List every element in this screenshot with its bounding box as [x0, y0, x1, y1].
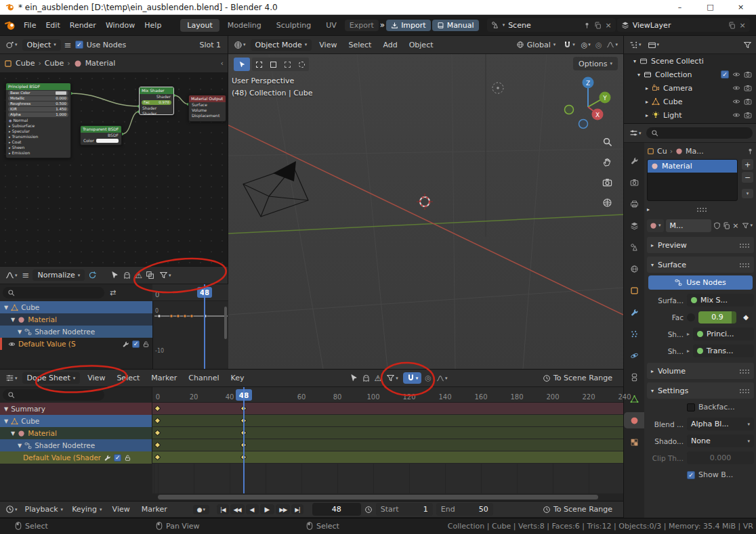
orientation-dropdown[interactable]: Global▾: [513, 39, 559, 51]
keyframe[interactable]: [154, 405, 161, 412]
node-transparent-bsdf[interactable]: Transparent BSDF BSDF Color: [80, 125, 122, 146]
node-input-label[interactable]: Shader: [142, 111, 156, 115]
lock-icon[interactable]: [124, 454, 131, 462]
dopesheet-playhead[interactable]: [243, 387, 245, 493]
outliner-row-cube[interactable]: ▸ Cube: [624, 95, 756, 108]
pin-icon[interactable]: [747, 148, 754, 155]
node-input-label[interactable]: Volume: [192, 108, 207, 113]
select-box-new-button[interactable]: [252, 58, 266, 71]
menu-render[interactable]: Render: [66, 20, 100, 31]
add-slot-button[interactable]: +: [742, 159, 753, 170]
proportional-edit-toggle[interactable]: ◎: [595, 41, 602, 49]
export-button[interactable]: Export: [345, 20, 379, 31]
keying-menu[interactable]: Keying▾: [69, 504, 104, 515]
dopesheet-search-input[interactable]: [3, 389, 104, 401]
play-button[interactable]: ▶: [260, 504, 275, 514]
color-swatch[interactable]: [96, 139, 119, 143]
modifier-icon[interactable]: [122, 340, 129, 348]
filter-dropdown[interactable]: ▾: [385, 373, 400, 383]
node-section[interactable]: Emission: [12, 150, 30, 156]
workspace-tab-modeling[interactable]: Modeling: [221, 19, 268, 32]
end-frame-field[interactable]: End50: [436, 503, 493, 516]
filter-icon[interactable]: [743, 41, 752, 49]
channel-default-value[interactable]: Default Value (Shader ✓: [0, 451, 152, 464]
viewport-menu-select[interactable]: Select: [344, 39, 375, 51]
panel-volume[interactable]: ▸Volume: [647, 363, 754, 379]
properties-editor-type-button[interactable]: ▾: [628, 128, 643, 138]
graph-channel-material[interactable]: ▼Material: [0, 313, 152, 326]
panel-surface[interactable]: ▾Surface: [647, 257, 754, 273]
auto-keying-button[interactable]: ●▾: [193, 505, 209, 514]
band-default-value[interactable]: [152, 451, 623, 464]
graph-editor-type-button[interactable]: ▾: [4, 270, 19, 280]
eye-icon[interactable]: [732, 84, 740, 92]
maximize-button[interactable]: □: [695, 0, 726, 15]
tab-particles[interactable]: [624, 326, 644, 342]
gizmo-neg-z-axis[interactable]: [579, 120, 588, 129]
slot-dropdown[interactable]: Slot 1: [196, 39, 224, 51]
menu-edit[interactable]: Edit: [41, 20, 64, 31]
node-input-value[interactable]: 0.978: [159, 100, 169, 105]
play-reverse-button[interactable]: ◀: [246, 504, 259, 514]
remove-viewlayer-icon[interactable]: ×: [739, 21, 745, 30]
node-section[interactable]: Subsurface: [12, 123, 35, 129]
outliner-row-collection[interactable]: ▾ Collection ✓: [624, 68, 756, 81]
mode-dropdown[interactable]: Object Mode▾: [251, 39, 312, 51]
node-section[interactable]: Sheen: [12, 145, 25, 150]
remove-slot-button[interactable]: −: [742, 172, 753, 183]
render-camera-icon[interactable]: [744, 84, 752, 92]
tab-view-layer[interactable]: [624, 217, 644, 233]
resize-grip[interactable]: [696, 207, 707, 212]
node-output-label[interactable]: BSDF: [108, 133, 119, 138]
graph-channel-default-value[interactable]: Default Value (S ✓: [0, 338, 152, 350]
modifier-icon[interactable]: [104, 454, 111, 462]
jump-to-end-button[interactable]: ▶|: [291, 504, 303, 514]
falloff-dropdown[interactable]: ▾: [435, 374, 449, 383]
node-input-label[interactable]: Roughness: [10, 102, 30, 106]
keyframe[interactable]: [154, 418, 161, 424]
close-button[interactable]: ×: [726, 0, 756, 15]
import-button[interactable]: Import: [386, 20, 431, 31]
falloff-dropdown[interactable]: ▾: [605, 40, 619, 49]
keyframe[interactable]: [154, 430, 161, 437]
outliner-row-camera[interactable]: ▸ Camera: [624, 81, 756, 95]
outliner-row-scene-collection[interactable]: ▾ Scene Collecti: [624, 54, 756, 68]
ortho-toggle-icon[interactable]: [604, 199, 611, 206]
graph-search-input[interactable]: [3, 287, 104, 298]
viewport-menu-view[interactable]: View: [315, 39, 341, 51]
only-selected-icon[interactable]: [350, 374, 358, 382]
tab-texture[interactable]: [624, 434, 644, 450]
dopesheet-editor-type-button[interactable]: ▾: [4, 373, 19, 383]
refresh-icon[interactable]: [88, 271, 97, 280]
dopesheet-menu-channel[interactable]: Channel: [184, 372, 223, 384]
show-errors-icon[interactable]: ⚠: [135, 271, 142, 280]
timeline-editor-type-button[interactable]: ▾: [4, 504, 19, 514]
graph-channel-nodetree[interactable]: ▼Shader Nodetree: [0, 326, 152, 338]
show-backface-checkbox[interactable]: ✓: [687, 471, 695, 479]
shader-editor-type-button[interactable]: ▾: [4, 40, 19, 50]
viewport-menu-object[interactable]: Object: [405, 39, 438, 51]
render-camera-icon[interactable]: [744, 97, 752, 106]
new-viewlayer-icon[interactable]: [728, 22, 736, 29]
viewlayer-selector[interactable]: ViewLayer ×: [617, 18, 750, 32]
properties-search-input[interactable]: [646, 127, 753, 139]
node-socket-label[interactable]: Normal: [13, 118, 28, 123]
breadcrumb-object[interactable]: Cu: [657, 147, 667, 156]
material-slot-row[interactable]: Material: [648, 160, 737, 173]
color-swatch[interactable]: [56, 91, 66, 95]
tab-object[interactable]: [624, 282, 644, 298]
graph-playhead[interactable]: [204, 284, 205, 369]
band-material[interactable]: [152, 427, 623, 439]
workspace-tab-uv[interactable]: UV: [319, 19, 343, 32]
expand-icon[interactable]: ▼: [4, 418, 8, 424]
breadcrumb-data[interactable]: Cube: [45, 59, 64, 68]
normalize-button[interactable]: Normalize▾: [33, 269, 85, 281]
nodes-filter-dropdown[interactable]: ▾: [740, 221, 754, 230]
blend-mode-dropdown[interactable]: Alpha Bl...▾: [687, 418, 754, 430]
outliner-row-light[interactable]: ▸ Light: [624, 108, 756, 122]
current-frame-field[interactable]: 48: [312, 503, 361, 516]
keyframe[interactable]: [154, 454, 161, 461]
node-input-label[interactable]: Base Color: [10, 91, 30, 95]
scrollbar-thumb[interactable]: [224, 307, 227, 339]
scene-selector[interactable]: ▾ Scene ×: [487, 18, 616, 32]
